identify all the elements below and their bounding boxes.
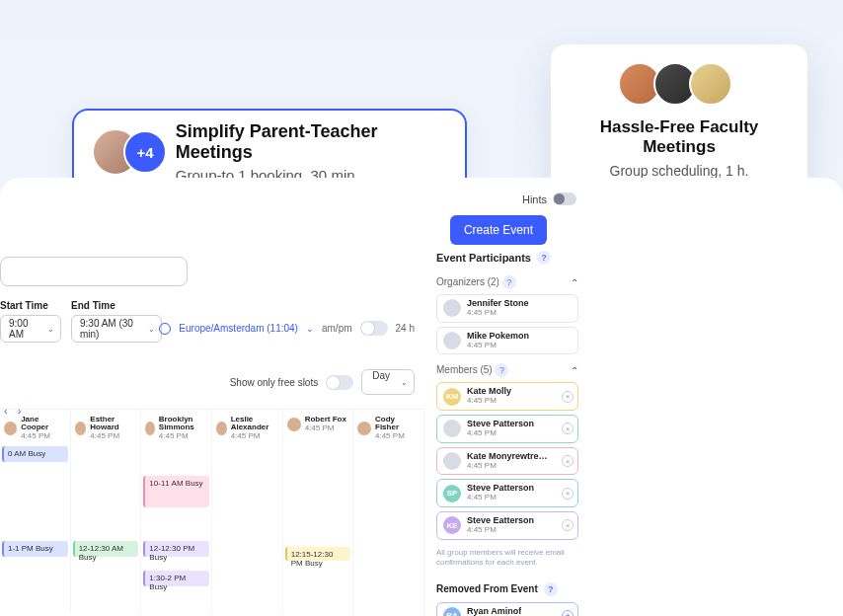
busy-event[interactable]: 12:15-12:30 PM Busy [285, 547, 351, 561]
end-time-select[interactable]: 9:30 AM (30 min)⌄ [71, 315, 162, 343]
chevron-down-icon: ⌄ [306, 324, 314, 334]
participant-row[interactable]: Kate Monyrewtresky..4:45 PM × [436, 447, 578, 476]
members-section-toggle[interactable]: Members (5) ? ⌃ [436, 358, 578, 382]
avatar: KE [443, 516, 461, 534]
add-icon[interactable]: + [562, 610, 574, 616]
start-time-select[interactable]: 9:00 AM⌄ [0, 315, 61, 343]
avatar [443, 332, 461, 349]
card-title: Hassle-Free Faculty Meetings [571, 117, 788, 157]
view-value: Day [372, 370, 390, 381]
remove-icon[interactable]: × [562, 488, 574, 500]
avatar-stack: +4 [92, 128, 162, 176]
avatar [443, 420, 461, 437]
members-label: Members [436, 364, 478, 375]
participants-header: Event Participants ? [436, 245, 578, 270]
avatar [689, 62, 732, 106]
chevron-down-icon: ⌄ [148, 325, 155, 334]
avatar [287, 418, 301, 431]
participant-row[interactable]: Steve Patterson4:45 PM × [436, 415, 578, 443]
end-time-value: 9:30 AM (30 min) [80, 318, 141, 340]
busy-event[interactable]: 10-11 AM Busy [143, 476, 209, 507]
participant-time: 4:45 PM [467, 309, 529, 318]
remove-icon[interactable]: × [562, 423, 574, 434]
hints-toggle[interactable] [553, 192, 576, 205]
participant-row[interactable]: KE Steve Eatterson4:45 PM × [436, 511, 578, 540]
column-name: Leslie Alexander [231, 416, 278, 431]
chevron-down-icon: ⌄ [47, 325, 54, 334]
prev-arrow[interactable]: ‹ [4, 405, 8, 417]
busy-event[interactable]: 1-1 PM Busy [2, 541, 68, 557]
avatar [443, 299, 461, 317]
chevron-up-icon: ⌃ [571, 365, 578, 376]
avatar: SP [443, 485, 461, 502]
participant-time: 4:45 PM [467, 397, 511, 406]
removed-label: Removed From Event [436, 583, 538, 594]
participant-row[interactable]: RA Ryan Aminof4:45 PM + [436, 602, 578, 616]
free-slots-label: Show only free slots [230, 377, 319, 388]
column-name: Esther Howard [90, 416, 136, 431]
24h-label: 24 h [396, 323, 415, 334]
remove-icon[interactable]: × [562, 455, 574, 467]
participant-row[interactable]: Mike Pokemon4:45 PM [436, 327, 578, 355]
ampm-label: am/pm [322, 323, 352, 334]
organizers-count: (2) [488, 276, 499, 287]
time-format-toggle[interactable] [360, 321, 388, 336]
scheduler-panel: Start Time 9:00 AM⌄ End Time 9:30 AM (30… [0, 257, 424, 614]
participant-time: 4:45 PM [467, 462, 550, 471]
avatar [357, 422, 371, 435]
start-time-value: 9:00 AM [9, 318, 40, 340]
help-icon[interactable]: ? [537, 251, 551, 265]
title-input[interactable] [0, 257, 188, 286]
avatar-row [571, 62, 788, 106]
participant-row[interactable]: Jennifer Stone4:45 PM [436, 294, 578, 323]
start-time-label: Start Time [0, 300, 61, 311]
free-slots-toggle[interactable] [326, 375, 353, 390]
column-time: 4:45 PM [305, 424, 346, 432]
avatar [4, 422, 17, 435]
avatar: RA [443, 607, 461, 616]
hints-label: Hints [522, 193, 547, 205]
chevron-down-icon: ⌄ [401, 378, 408, 387]
chevron-up-icon: ⌃ [571, 277, 578, 288]
removed-header: Removed From Event ? [436, 577, 578, 602]
column-name: Brooklyn Simmons [159, 416, 207, 431]
organizers-section-toggle[interactable]: Organizers (2) ? ⌃ [436, 270, 578, 294]
globe-icon [159, 323, 171, 335]
busy-event[interactable]: 0 AM Busy [2, 446, 68, 462]
participant-time: 4:45 PM [467, 429, 534, 438]
remove-icon[interactable]: × [562, 519, 574, 531]
members-count: (5) [480, 364, 492, 375]
create-event-button[interactable]: Create Event [450, 215, 547, 245]
help-icon[interactable]: ? [502, 275, 516, 289]
column-time: 4:45 PM [231, 431, 278, 440]
view-select[interactable]: Day⌄ [361, 369, 415, 395]
next-arrow[interactable]: › [18, 405, 22, 417]
card-title: Simplify Parent-Teacher Meetings [176, 121, 447, 163]
busy-event[interactable]: 12-12:30 PM Busy [143, 541, 209, 557]
column-time: 4:45 PM [21, 431, 66, 440]
participant-time: 4:45 PM [467, 494, 534, 502]
calendar-grid: Jane Cooper4:45 PM Esther Howard4:45 PM … [0, 409, 424, 614]
participant-time: 4:45 PM [467, 526, 534, 535]
avatar-overflow-count: +4 [123, 130, 167, 174]
avatar [443, 452, 461, 470]
avatar [216, 422, 227, 435]
help-icon[interactable]: ? [544, 582, 558, 596]
participants-title: Event Participants [436, 252, 531, 264]
end-time-label: End Time [71, 300, 162, 311]
column-time: 4:45 PM [90, 431, 136, 440]
column-time: 4:45 PM [375, 431, 420, 440]
column-time: 4:45 PM [159, 431, 207, 440]
organizers-label: Organizers [436, 276, 485, 287]
remove-icon[interactable]: × [562, 391, 574, 403]
participants-panel: Event Participants ? Organizers (2) ? ⌃ … [436, 245, 578, 616]
participant-row[interactable]: KM Kate Molly4:45 PM × [436, 382, 578, 411]
avatar [145, 422, 154, 435]
participant-row[interactable]: SP Steve Patterson4:45 PM × [436, 479, 578, 507]
busy-event[interactable]: 1:30-2 PM Busy [143, 571, 209, 586]
help-icon[interactable]: ? [495, 363, 508, 377]
avatar: KM [443, 388, 461, 406]
card-subtitle: Group scheduling, 1 h. [571, 163, 788, 179]
busy-event[interactable]: 12-12:30 AM Busy [73, 541, 139, 557]
timezone-select[interactable]: Europe/Amsterdam (11:04) [179, 323, 298, 334]
